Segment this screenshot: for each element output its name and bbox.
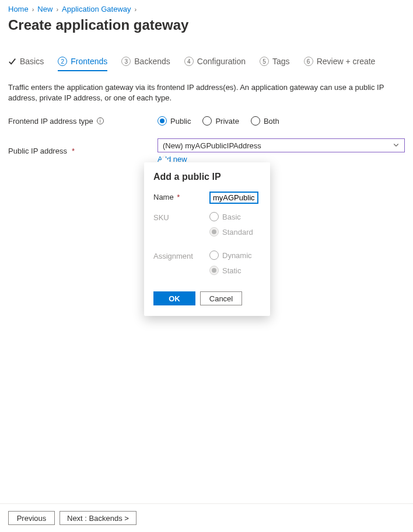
popup-name-label: Name *	[153, 192, 209, 201]
required-asterisk: *	[175, 193, 180, 201]
previous-button[interactable]: Previous	[8, 511, 55, 525]
popup-sku-label: SKU	[153, 212, 209, 222]
tab-label: Backends	[134, 57, 170, 66]
tab-label: Review + create	[317, 57, 376, 66]
tab-label: Basics	[20, 57, 44, 66]
breadcrumb-new[interactable]: New	[37, 5, 52, 13]
radio-sku-standard: Standard	[209, 227, 261, 237]
chevron-right-icon: ›	[135, 6, 137, 13]
breadcrumb-home[interactable]: Home	[8, 5, 29, 13]
tab-configuration[interactable]: 4 Configuration	[184, 57, 246, 71]
radio-private[interactable]: Private	[202, 116, 239, 126]
ok-button[interactable]: OK	[153, 291, 195, 305]
required-asterisk: *	[72, 147, 75, 155]
radio-both[interactable]: Both	[251, 116, 279, 126]
tab-basics[interactable]: Basics	[8, 57, 44, 71]
tab-label: Frontends	[71, 57, 107, 66]
tab-index-badge: 3	[121, 57, 131, 66]
cancel-button[interactable]: Cancel	[200, 291, 242, 305]
wizard-footer: Previous Next : Backends >	[0, 503, 413, 532]
radio-label: Basic	[222, 213, 241, 221]
radio-public[interactable]: Public	[158, 116, 191, 126]
frontend-ip-type-radio-group: Public Private Both	[158, 116, 405, 126]
check-icon	[8, 57, 16, 65]
breadcrumb: Home › New › Application Gateway ›	[8, 5, 405, 13]
chevron-right-icon: ›	[32, 6, 34, 13]
breadcrumb-app-gateway[interactable]: Application Gateway	[62, 5, 131, 13]
tab-label: Configuration	[197, 57, 246, 66]
next-button[interactable]: Next : Backends >	[60, 511, 136, 525]
frontend-ip-type-label: Frontend IP address type i	[8, 116, 158, 126]
public-ip-select[interactable]: (New) myAGPublicIPAddress	[158, 138, 405, 152]
tab-index-badge: 5	[260, 57, 269, 66]
tab-description: Traffic enters the application gateway v…	[8, 82, 405, 103]
tab-review-create[interactable]: 6 Review + create	[304, 57, 376, 71]
tab-frontends[interactable]: 2 Frontends	[58, 57, 107, 71]
tab-index-badge: 2	[58, 57, 67, 66]
tab-tags[interactable]: 5 Tags	[260, 57, 290, 71]
tab-index-badge: 4	[184, 57, 194, 66]
radio-label: Standard	[222, 228, 253, 237]
info-icon[interactable]: i	[97, 117, 104, 124]
popup-assignment-label: Assignment	[153, 251, 209, 260]
radio-assignment-static: Static	[209, 266, 261, 275]
popup-name-input[interactable]	[209, 192, 258, 204]
tab-index-badge: 6	[304, 57, 313, 66]
popup-title: Add a public IP	[153, 172, 261, 182]
wizard-tabs: Basics 2 Frontends 3 Backends 4 Configur…	[8, 57, 405, 71]
radio-label: Private	[215, 117, 239, 126]
radio-label: Dynamic	[222, 251, 252, 260]
public-ip-label: Public IP address*	[8, 138, 158, 164]
radio-label: Both	[264, 117, 279, 126]
tab-label: Tags	[272, 57, 290, 66]
radio-assignment-dynamic: Dynamic	[209, 251, 261, 260]
select-value: (New) myAGPublicIPAddress	[163, 141, 261, 150]
page-title: Create application gateway	[8, 17, 405, 33]
chevron-right-icon: ›	[56, 6, 58, 13]
radio-label: Static	[222, 266, 242, 275]
radio-label: Public	[170, 117, 191, 126]
radio-sku-basic: Basic	[209, 212, 261, 221]
chevron-down-icon	[393, 141, 400, 150]
add-public-ip-popup: Add a public IP Name * SKU Basic Standar…	[144, 162, 270, 316]
tab-backends[interactable]: 3 Backends	[121, 57, 170, 71]
